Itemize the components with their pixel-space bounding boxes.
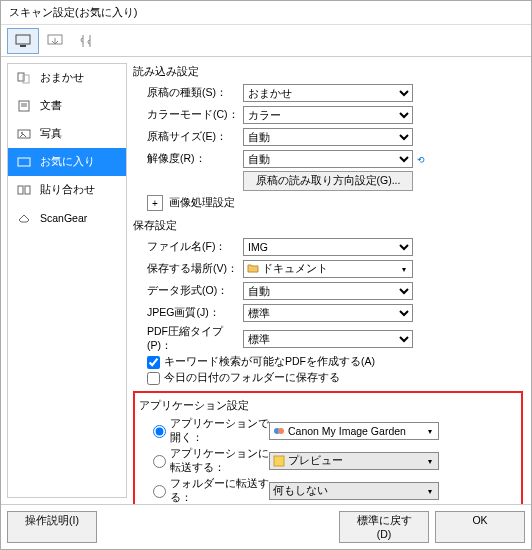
sidebar-item-photo[interactable]: 写真 <box>8 120 126 148</box>
size-label: 原稿サイズ(E)： <box>133 130 243 144</box>
folder-label: 保存する場所(V)： <box>133 262 243 276</box>
save-settings-group: 保存設定 ファイル名(F)：IMG 保存する場所(V)：ドキュメント▾ データ形… <box>133 219 523 385</box>
pdf-label: PDF圧縮タイプ(P)： <box>133 325 243 353</box>
keyword-pdf-checkbox[interactable]: キーワード検索が可能なPDFを作成する(A) <box>147 355 375 367</box>
sidebar-item-stitch[interactable]: 貼り合わせ <box>8 176 126 204</box>
tab-settings[interactable] <box>71 28 103 54</box>
expand-button[interactable]: + <box>147 195 163 211</box>
doc-icon <box>16 71 32 85</box>
transfer-app-combo[interactable]: プレビュー▾ <box>269 452 439 470</box>
tab-to-computer[interactable] <box>39 28 71 54</box>
group-title: 読み込み設定 <box>133 65 523 79</box>
format-label: データ形式(O)： <box>133 284 243 298</box>
window-title: スキャン設定(お気に入り) <box>1 1 531 25</box>
transfer-folder-radio[interactable]: フォルダーに転送する： <box>139 477 269 504</box>
preview-icon <box>273 455 285 467</box>
source-combo[interactable]: おまかせ <box>243 84 413 102</box>
favorite-icon <box>16 155 32 169</box>
ok-button[interactable]: OK <box>435 511 525 543</box>
svg-rect-12 <box>25 186 30 194</box>
default-button[interactable]: 標準に戻す(D) <box>339 511 429 543</box>
tab-from-computer[interactable] <box>7 28 39 54</box>
document-icon <box>16 99 32 113</box>
res-label: 解像度(R)： <box>133 152 243 166</box>
application-settings-group: アプリケーション設定 アプリケーションで開く：Canon My Image Ga… <box>133 391 523 504</box>
size-combo[interactable]: 自動 <box>243 128 413 146</box>
svg-rect-0 <box>16 35 30 44</box>
open-app-radio[interactable]: アプリケーションで開く： <box>139 417 269 445</box>
stitch-icon <box>16 183 32 197</box>
sidebar-item-auto[interactable]: おまかせ <box>8 64 126 92</box>
filename-combo[interactable]: IMG <box>243 238 413 256</box>
transfer-folder-combo[interactable]: 何もしない▾ <box>269 482 439 500</box>
read-settings-group: 読み込み設定 原稿の種類(S)：おまかせ カラーモード(C)：カラー 原稿サイズ… <box>133 65 523 213</box>
sidebar-item-label: 文書 <box>40 99 62 113</box>
sidebar-item-label: おまかせ <box>40 71 84 85</box>
color-combo[interactable]: カラー <box>243 106 413 124</box>
format-combo[interactable]: 自動 <box>243 282 413 300</box>
help-button[interactable]: 操作説明(I) <box>7 511 97 543</box>
pdf-combo[interactable]: 標準 <box>243 330 413 348</box>
scanner-icon <box>16 211 32 225</box>
open-app-combo[interactable]: Canon My Image Garden▾ <box>269 422 439 440</box>
sidebar-item-label: お気に入り <box>40 155 95 169</box>
res-combo[interactable]: 自動 <box>243 150 413 168</box>
toolbar <box>1 25 531 57</box>
app-icon <box>273 425 285 437</box>
orientation-button[interactable]: 原稿の読み取り方向設定(G)... <box>243 171 413 191</box>
date-folder-checkbox[interactable]: 今日の日付のフォルダーに保存する <box>147 371 340 383</box>
photo-icon <box>16 127 32 141</box>
sidebar-item-document[interactable]: 文書 <box>8 92 126 120</box>
jpeg-label: JPEG画質(J)： <box>133 306 243 320</box>
color-label: カラーモード(C)： <box>133 108 243 122</box>
svg-rect-1 <box>20 45 26 47</box>
transfer-app-radio[interactable]: アプリケーションに転送する： <box>139 447 269 475</box>
group-title: アプリケーション設定 <box>139 399 517 413</box>
sidebar: おまかせ 文書 写真 お気に入り 貼り合わせ ScanGear <box>7 63 127 498</box>
content: 読み込み設定 原稿の種類(S)：おまかせ カラーモード(C)：カラー 原稿サイズ… <box>133 57 531 504</box>
button-bar: 操作説明(I) 標準に戻す(D) OK <box>1 504 531 549</box>
svg-rect-15 <box>274 456 284 466</box>
source-label: 原稿の種類(S)： <box>133 86 243 100</box>
filename-label: ファイル名(F)： <box>133 240 243 254</box>
refresh-icon[interactable]: ⟲ <box>417 155 425 165</box>
svg-rect-11 <box>18 186 23 194</box>
group-title: 保存設定 <box>133 219 523 233</box>
svg-point-14 <box>278 428 284 434</box>
img-proc-label: 画像処理設定 <box>169 196 235 210</box>
jpeg-combo[interactable]: 標準 <box>243 304 413 322</box>
folder-combo[interactable]: ドキュメント▾ <box>243 260 413 278</box>
sidebar-item-label: ScanGear <box>40 212 87 224</box>
folder-icon <box>247 263 259 275</box>
sidebar-item-label: 写真 <box>40 127 62 141</box>
sidebar-item-label: 貼り合わせ <box>40 183 95 197</box>
svg-rect-8 <box>18 130 30 138</box>
sidebar-item-scangear[interactable]: ScanGear <box>8 204 126 232</box>
sidebar-item-favorite[interactable]: お気に入り <box>8 148 126 176</box>
svg-rect-10 <box>18 158 30 166</box>
